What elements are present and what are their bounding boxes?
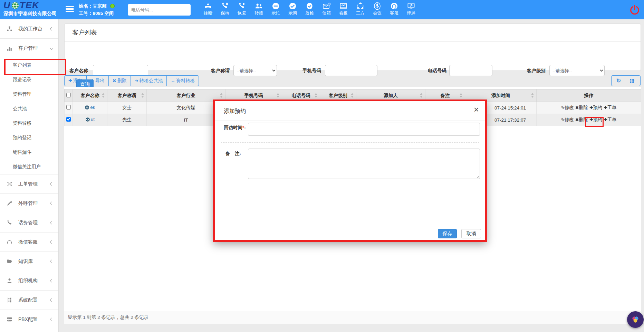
three-way-button[interactable]: 三方: [352, 2, 369, 18]
phone-hold-icon: [221, 2, 229, 10]
screen-pop-icon: [407, 2, 415, 10]
upload-icon: ⇧: [90, 78, 94, 83]
sidebar-item-appointment[interactable]: 预约登记: [0, 131, 58, 145]
sidebar-item-organization[interactable]: 组织机构: [0, 271, 58, 290]
customer-name-link[interactable]: ut: [85, 117, 95, 122]
chevron-left-icon: [50, 260, 54, 263]
row-checkbox[interactable]: [66, 105, 71, 110]
pencil-icon: ✎: [561, 117, 564, 122]
hangup-button[interactable]: 挂断: [200, 2, 217, 18]
floating-extension-widget[interactable]: [627, 311, 644, 328]
resume-button[interactable]: 恢复: [233, 2, 250, 18]
select-all-checkbox[interactable]: [66, 93, 71, 97]
move-to-pool-button[interactable]: ➔转移公共池: [131, 75, 167, 86]
chevron-left-icon: [50, 240, 54, 244]
sidebar-item-follow-records[interactable]: 跟进记录: [0, 73, 58, 87]
status-dot: [110, 4, 115, 8]
sidebar-item-workbench[interactable]: 我的工作台: [0, 19, 58, 39]
transfer-button[interactable]: 转接: [250, 2, 267, 18]
save-button[interactable]: 保存: [438, 229, 457, 238]
row-checkbox[interactable]: [66, 117, 71, 122]
show-busy-button[interactable]: 示忙: [267, 2, 284, 18]
delete-link[interactable]: ✖删除: [575, 105, 588, 110]
sidebar-item-customer-list[interactable]: 客户列表: [0, 58, 58, 73]
customer-name-link[interactable]: ek: [85, 105, 95, 110]
sidebar-item-customer-mgmt[interactable]: 客户管理: [0, 39, 58, 58]
sidebar-item-wechat-service[interactable]: 微信客服: [0, 232, 58, 252]
svg-text:i: i: [329, 3, 329, 5]
sidebar-item-ticket-mgmt[interactable]: 工单管理: [0, 174, 58, 193]
sidebar-item-pbx-config[interactable]: PBX配置: [0, 310, 58, 329]
table-toolbar: ✚添加 ⇧导出 ✖删除 ➔转移公共池 ↔资料转移: [64, 75, 199, 86]
hold-button[interactable]: 保持: [217, 2, 233, 18]
col-salutation[interactable]: 客户称谓: [107, 89, 147, 102]
quality-check-button[interactable]: 质检: [301, 2, 318, 18]
show-idle-button[interactable]: 示闲: [284, 2, 301, 18]
dial-number-input[interactable]: [128, 4, 191, 16]
ticket-link[interactable]: ✚工单: [604, 105, 616, 110]
sidebar-item-sales-funnel[interactable]: 销售漏斗: [0, 145, 58, 160]
brand-company: 深圳市宇泰科技有限公司: [3, 11, 57, 16]
delete-button[interactable]: ✖删除: [108, 75, 131, 86]
headset-icon: [6, 239, 12, 245]
delete-link[interactable]: ✖删除: [575, 117, 588, 122]
sort-icon: [531, 93, 534, 98]
sidebar-item-telephony-mgmt[interactable]: 话务管理: [0, 213, 58, 232]
salutation-cell: 女士: [107, 102, 147, 114]
mailbox-icon: i: [323, 2, 330, 10]
cancel-button[interactable]: 取消: [461, 229, 481, 238]
meeting-button[interactable]: 会议: [369, 2, 386, 18]
sidebar-item-data-transfer[interactable]: 资料转移: [0, 116, 58, 131]
dashboard-button[interactable]: 看板: [335, 2, 352, 18]
note-textarea[interactable]: [248, 149, 480, 179]
close-icon[interactable]: ×: [474, 105, 479, 114]
mobile-number-input[interactable]: [325, 65, 377, 76]
brand-right: TEK: [20, 0, 39, 11]
columns-button[interactable]: ▾: [626, 75, 641, 86]
col-customer-name[interactable]: 客户名称: [73, 89, 107, 102]
mailbox-button[interactable]: i 信箱: [318, 2, 335, 18]
table-view-controls: ↻ ▾: [611, 75, 641, 86]
plus-icon: ✚: [68, 78, 72, 83]
folder-icon: [6, 258, 12, 265]
customer-level-select[interactable]: --请选择--: [549, 65, 605, 76]
chevron-left-icon: [50, 298, 54, 302]
extension-icon: [631, 315, 640, 324]
pencil-icon: ✎: [561, 105, 564, 110]
phone-number-input[interactable]: [449, 65, 492, 76]
edit-link[interactable]: ✎修改: [561, 105, 574, 110]
book-link[interactable]: ✚预约: [589, 117, 602, 122]
screen-pop-button[interactable]: 弹屏: [403, 2, 420, 18]
export-button[interactable]: ⇧导出: [86, 75, 109, 86]
agent-headset-icon: [390, 2, 398, 10]
sidebar-item-data-mgmt[interactable]: 资料管理: [0, 87, 58, 102]
customer-name-input[interactable]: [93, 65, 148, 76]
idle-check-circle-icon: [289, 2, 297, 10]
chevron-left-icon: [50, 279, 54, 283]
sidebar-item-public-pool[interactable]: 公共池: [0, 102, 58, 116]
sidebar-toggle-button[interactable]: [66, 6, 74, 13]
sidebar-item-knowledge-base[interactable]: 知识库: [0, 252, 58, 271]
refresh-button[interactable]: ↻: [611, 75, 626, 86]
logout-power-button[interactable]: [629, 5, 640, 15]
note-label: 备 注:: [225, 151, 241, 157]
add-button[interactable]: ✚添加: [64, 75, 87, 86]
edit-link[interactable]: ✎修改: [561, 117, 574, 122]
plus-icon: ✚: [604, 105, 607, 110]
dial-box: [128, 4, 191, 16]
chevron-left-icon: [50, 221, 54, 225]
modal-title: 添加预约: [224, 108, 246, 115]
filter-label-level: 客户级别: [527, 68, 546, 74]
salutation-select[interactable]: --请选择--: [233, 65, 277, 76]
call-control-strip: 挂断 保持 恢复 转接 示忙 示闲: [200, 2, 420, 18]
page-title: 客户列表: [65, 24, 641, 41]
agent-service-button[interactable]: 客服: [386, 2, 403, 18]
sidebar-item-system-config[interactable]: 系统配置: [0, 290, 58, 310]
ticket-link[interactable]: ✚工单: [604, 117, 616, 122]
visit-time-input[interactable]: [248, 123, 480, 136]
data-transfer-button[interactable]: ↔资料转移: [166, 75, 199, 86]
sidebar: 我的工作台 客户管理 客户列表 跟进记录 资料管理 公共池 资料转移 预约登记 …: [0, 19, 59, 332]
sidebar-item-outbound-mgmt[interactable]: 外呼管理: [0, 193, 58, 213]
sidebar-item-wechat-followers[interactable]: 微信关注用户: [0, 160, 58, 174]
book-link[interactable]: ✚预约: [589, 105, 602, 110]
